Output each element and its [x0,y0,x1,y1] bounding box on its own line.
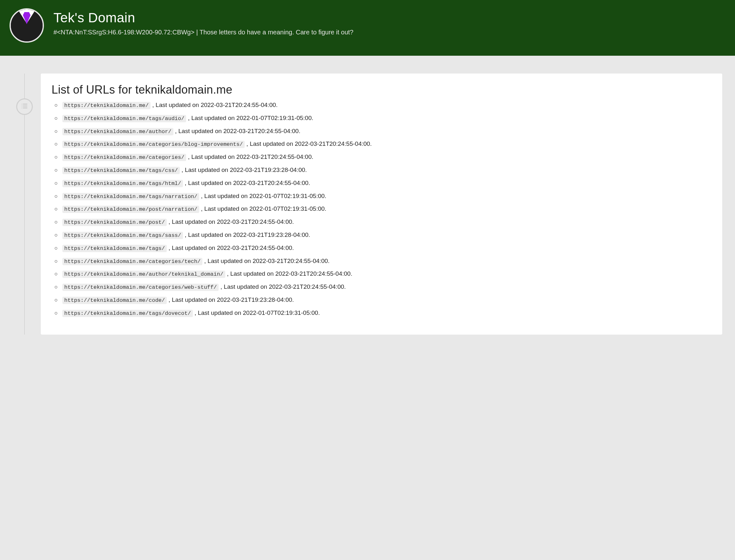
list-item: https://teknikaldomain.me/tags/html/ , L… [60,179,711,188]
url-meta: , Last updated on 2022-03-21T20:24:55-04… [167,218,294,225]
url-meta: , Last updated on 2022-03-21T20:24:55-04… [219,283,346,290]
site-title[interactable]: Tek's Domain [53,10,354,25]
svg-point-4 [22,106,22,106]
url-meta: , Last updated on 2022-03-21T20:24:55-04… [202,258,329,264]
avatar[interactable] [10,8,44,43]
toc-button[interactable] [16,98,33,115]
url-code[interactable]: https://teknikaldomain.me/ [62,102,151,109]
list-item: https://teknikaldomain.me/author/teknika… [60,270,711,278]
list-icon [21,102,28,111]
url-meta: , Last updated on 2022-03-21T19:23:28-04… [180,167,307,173]
list-item: https://teknikaldomain.me/tags/ , Last u… [60,244,711,252]
url-code[interactable]: https://teknikaldomain.me/post/narration… [62,206,199,213]
list-item: https://teknikaldomain.me/post/narration… [60,205,711,213]
url-meta: , Last updated on 2022-03-21T20:24:55-04… [167,245,294,251]
url-code[interactable]: https://teknikaldomain.me/author/ [62,128,173,135]
url-meta: , Last updated on 2022-01-07T02:19:31-05… [199,193,326,199]
list-item: https://teknikaldomain.me/tags/sass/ , L… [60,231,711,239]
site-header: Tek's Domain #<NTA:NnT:SSrgS:H6.6-198:W2… [0,0,735,56]
list-item: https://teknikaldomain.me/post/ , Last u… [60,218,711,226]
url-code[interactable]: https://teknikaldomain.me/tags/narration… [62,193,199,200]
url-code[interactable]: https://teknikaldomain.me/categories/web… [62,284,219,291]
url-code[interactable]: https://teknikaldomain.me/categories/ [62,154,186,161]
list-item: https://teknikaldomain.me/tags/css/ , La… [60,166,711,174]
url-meta: , Last updated on 2022-03-21T20:24:55-04… [173,128,300,134]
url-code[interactable]: https://teknikaldomain.me/post/ [62,219,167,226]
url-meta: , Last updated on 2022-03-21T20:24:55-04… [186,153,313,160]
url-code[interactable]: https://teknikaldomain.me/categories/blo… [62,141,245,148]
url-code[interactable]: https://teknikaldomain.me/tags/ [62,245,167,252]
url-meta: , Last updated on 2022-03-21T20:24:55-04… [183,180,310,186]
url-meta: , Last updated on 2022-03-21T20:24:55-04… [151,102,278,108]
list-item: https://teknikaldomain.me/code/ , Last u… [60,296,711,304]
url-meta: , Last updated on 2022-01-07T02:19:31-05… [199,205,326,212]
list-item: https://teknikaldomain.me/author/ , Last… [60,127,711,136]
list-item: https://teknikaldomain.me/tags/dovecot/ … [60,309,711,317]
list-item: https://teknikaldomain.me/categories/web… [60,283,711,291]
url-code[interactable]: https://teknikaldomain.me/tags/css/ [62,167,180,174]
list-item: https://teknikaldomain.me/tags/audio/ , … [60,114,711,123]
page-title: List of URLs for teknikaldomain.me [52,83,711,96]
list-item: https://teknikaldomain.me/tags/narration… [60,192,711,201]
url-meta: , Last updated on 2022-03-21T20:24:55-04… [225,270,352,277]
url-code[interactable]: https://teknikaldomain.me/tags/sass/ [62,232,183,239]
list-item: https://teknikaldomain.me/categories/blo… [60,140,711,148]
url-meta: , Last updated on 2022-03-21T19:23:28-04… [183,231,310,238]
url-code[interactable]: https://teknikaldomain.me/tags/dovecot/ [62,310,193,317]
url-code[interactable]: https://teknikaldomain.me/author/teknika… [62,271,225,278]
timeline: List of URLs for teknikaldomain.me https… [0,74,735,335]
svg-point-5 [22,108,22,108]
url-code[interactable]: https://teknikaldomain.me/code/ [62,297,167,304]
url-meta: , Last updated on 2022-01-07T02:19:31-05… [186,115,313,121]
url-list: https://teknikaldomain.me/ , Last update… [52,101,711,317]
url-code[interactable]: https://teknikaldomain.me/tags/audio/ [62,115,186,122]
url-meta: , Last updated on 2022-03-21T19:23:28-04… [167,296,294,303]
site-tagline: #<NTA:NnT:SSrgS:H6.6-198:W200-90.72:CBWg… [53,29,354,36]
url-meta: , Last updated on 2022-03-21T20:24:55-04… [245,140,371,147]
header-text: Tek's Domain #<NTA:NnT:SSrgS:H6.6-198:W2… [53,7,354,36]
url-code[interactable]: https://teknikaldomain.me/tags/html/ [62,180,183,187]
list-item: https://teknikaldomain.me/categories/ , … [60,153,711,161]
list-item: https://teknikaldomain.me/ , Last update… [60,101,711,110]
content-card: List of URLs for teknikaldomain.me https… [41,74,722,335]
url-meta: , Last updated on 2022-01-07T02:19:31-05… [193,309,320,316]
svg-point-3 [22,104,22,104]
list-item: https://teknikaldomain.me/categories/tec… [60,257,711,266]
url-code[interactable]: https://teknikaldomain.me/categories/tec… [62,258,202,265]
